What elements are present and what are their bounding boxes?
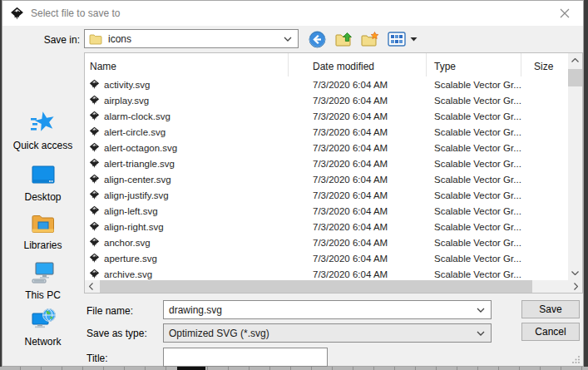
file-row[interactable]: activity.svg 7/3/2020 6:04 AM Scalable V… bbox=[85, 76, 568, 92]
inkscape-file-icon bbox=[89, 221, 100, 232]
this-pc-icon bbox=[30, 260, 57, 285]
cancel-button[interactable]: Cancel bbox=[521, 323, 580, 341]
desktop-icon bbox=[30, 164, 57, 187]
file-name-combobox[interactable]: drawing.svg bbox=[163, 300, 492, 319]
inkscape-file-icon bbox=[89, 174, 100, 185]
up-one-level-button[interactable] bbox=[334, 29, 353, 49]
sidebar-item-label: Desktop bbox=[2, 191, 83, 203]
file-name: activity.svg bbox=[104, 80, 150, 90]
inkscape-file-icon bbox=[89, 269, 100, 279]
save-in-value: icons bbox=[108, 33, 131, 45]
file-name: align-center.svg bbox=[104, 175, 171, 185]
inkscape-file-icon bbox=[89, 95, 100, 106]
file-name: align-right.svg bbox=[104, 222, 164, 232]
file-row[interactable]: airplay.svg 7/3/2020 6:04 AM Scalable Ve… bbox=[85, 92, 568, 108]
inkscape-logo-icon bbox=[10, 7, 24, 21]
sidebar-item-label: Libraries bbox=[2, 239, 83, 251]
file-row[interactable]: anchor.svg 7/3/2020 6:04 AM Scalable Vec… bbox=[85, 234, 568, 250]
save-button[interactable]: Save bbox=[521, 300, 580, 318]
file-date-modified: 7/3/2020 6:04 AM bbox=[289, 127, 427, 137]
back-button[interactable] bbox=[307, 29, 327, 49]
file-row[interactable]: align-right.svg 7/3/2020 6:04 AM Scalabl… bbox=[85, 219, 568, 234]
file-type: Scalable Vector Gr... bbox=[427, 238, 521, 248]
horizontal-scrollbar[interactable] bbox=[85, 280, 582, 293]
file-name: alert-triangle.svg bbox=[104, 159, 175, 169]
new-folder-button[interactable] bbox=[360, 29, 380, 49]
sidebar-item-this-pc[interactable]: This PC bbox=[2, 260, 83, 301]
sidebar-item-libraries[interactable]: Libraries bbox=[2, 212, 83, 251]
places-sidebar: Quick access Desktop Libraries bbox=[2, 51, 83, 295]
back-icon bbox=[309, 31, 326, 48]
file-row[interactable]: alert-octagon.svg 7/3/2020 6:04 AM Scala… bbox=[85, 140, 568, 155]
file-date-modified: 7/3/2020 6:04 AM bbox=[289, 238, 427, 248]
up-one-level-icon bbox=[335, 32, 353, 47]
view-menu-icon bbox=[388, 32, 406, 47]
scroll-down-icon[interactable] bbox=[568, 266, 582, 280]
chevron-down-icon bbox=[284, 37, 292, 42]
file-date-modified: 7/3/2020 6:04 AM bbox=[289, 254, 427, 264]
file-date-modified: 7/3/2020 6:04 AM bbox=[289, 111, 427, 121]
sidebar-item-desktop[interactable]: Desktop bbox=[2, 164, 83, 203]
view-menu-button[interactable] bbox=[387, 29, 407, 49]
file-date-modified: 7/3/2020 6:04 AM bbox=[289, 159, 427, 169]
save-in-label: Save in: bbox=[14, 34, 80, 46]
file-row[interactable]: align-center.svg 7/3/2020 6:04 AM Scalab… bbox=[85, 171, 568, 187]
file-row[interactable]: aperture.svg 7/3/2020 6:04 AM Scalable V… bbox=[85, 250, 568, 266]
libraries-icon bbox=[30, 212, 57, 235]
save-as-type-value: Optimized SVG (*.svg) bbox=[169, 328, 269, 339]
dialog-toolbar bbox=[307, 29, 418, 49]
list-header: Name Date modified Type Size bbox=[85, 53, 568, 76]
background-strip bbox=[0, 367, 588, 370]
file-name-label: File name: bbox=[86, 305, 133, 317]
file-date-modified: 7/3/2020 6:04 AM bbox=[289, 80, 427, 90]
file-row[interactable]: archive.svg 7/3/2020 6:04 AM Scalable Ve… bbox=[85, 266, 568, 280]
file-row[interactable]: align-left.svg 7/3/2020 6:04 AM Scalable… bbox=[85, 203, 568, 219]
file-name: alert-octagon.svg bbox=[104, 143, 177, 153]
window-title: Select file to save to bbox=[31, 7, 120, 19]
inkscape-file-icon bbox=[89, 126, 100, 137]
sidebar-item-network[interactable]: Network bbox=[2, 307, 83, 348]
file-date-modified: 7/3/2020 6:04 AM bbox=[289, 190, 427, 200]
file-row[interactable]: align-justify.svg 7/3/2020 6:04 AM Scala… bbox=[85, 187, 568, 203]
resize-grip[interactable] bbox=[572, 355, 581, 363]
horizontal-scroll-thumb[interactable] bbox=[100, 280, 532, 293]
scroll-up-icon[interactable] bbox=[568, 53, 582, 67]
save-file-dialog: Select file to save to Save in: icons bbox=[2, 0, 584, 367]
scroll-left-icon[interactable] bbox=[85, 280, 97, 293]
file-list: Name Date modified Type Size activity.sv… bbox=[84, 52, 583, 294]
file-name: align-left.svg bbox=[104, 206, 158, 216]
vertical-scrollbar[interactable] bbox=[568, 53, 582, 280]
file-type: Scalable Vector Gr... bbox=[427, 143, 521, 153]
title-input[interactable] bbox=[163, 348, 328, 367]
inkscape-file-icon bbox=[89, 79, 100, 90]
titlebar: Select file to save to bbox=[2, 1, 583, 26]
save-as-type-combobox[interactable]: Optimized SVG (*.svg) bbox=[163, 323, 492, 343]
file-name: archive.svg bbox=[104, 269, 152, 279]
file-type: Scalable Vector Gr... bbox=[427, 175, 521, 185]
vertical-scroll-thumb[interactable] bbox=[568, 69, 582, 86]
column-header-name[interactable]: Name bbox=[85, 53, 289, 76]
sidebar-item-label: This PC bbox=[2, 289, 83, 301]
column-header-size[interactable]: Size bbox=[521, 53, 568, 76]
file-type: Scalable Vector Gr... bbox=[427, 269, 521, 279]
inkscape-file-icon bbox=[89, 142, 100, 153]
file-row[interactable]: alarm-clock.svg 7/3/2020 6:04 AM Scalabl… bbox=[85, 108, 568, 124]
save-in-combobox[interactable]: icons bbox=[84, 29, 299, 48]
sidebar-item-label: Quick access bbox=[2, 140, 83, 151]
inkscape-file-icon bbox=[89, 253, 100, 264]
file-row[interactable]: alert-triangle.svg 7/3/2020 6:04 AM Scal… bbox=[85, 155, 568, 171]
sidebar-item-quick-access[interactable]: Quick access bbox=[2, 111, 83, 151]
scroll-right-icon[interactable] bbox=[570, 280, 582, 293]
file-date-modified: 7/3/2020 6:04 AM bbox=[289, 269, 427, 279]
column-header-type[interactable]: Type bbox=[427, 53, 521, 76]
file-date-modified: 7/3/2020 6:04 AM bbox=[289, 143, 427, 153]
quick-access-star-icon bbox=[30, 111, 57, 136]
column-header-date-modified[interactable]: Date modified bbox=[289, 53, 427, 76]
file-date-modified: 7/3/2020 6:04 AM bbox=[289, 96, 427, 106]
title-label: Title: bbox=[86, 353, 108, 364]
file-row[interactable]: alert-circle.svg 7/3/2020 6:04 AM Scalab… bbox=[85, 124, 568, 140]
view-menu-caret-icon[interactable] bbox=[410, 37, 418, 42]
chevron-down-icon bbox=[477, 331, 485, 336]
close-button[interactable] bbox=[546, 1, 583, 25]
chevron-down-icon bbox=[477, 308, 485, 313]
